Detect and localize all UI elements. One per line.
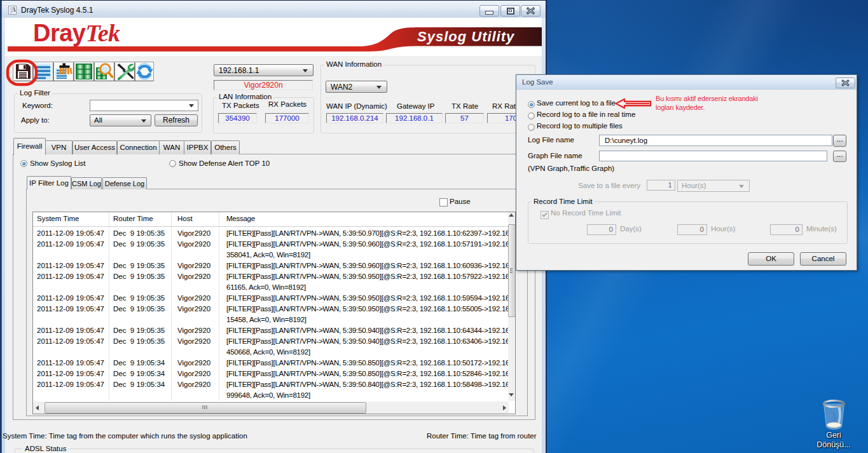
svg-text:Syslog Utility: Syslog Utility [417, 29, 515, 44]
